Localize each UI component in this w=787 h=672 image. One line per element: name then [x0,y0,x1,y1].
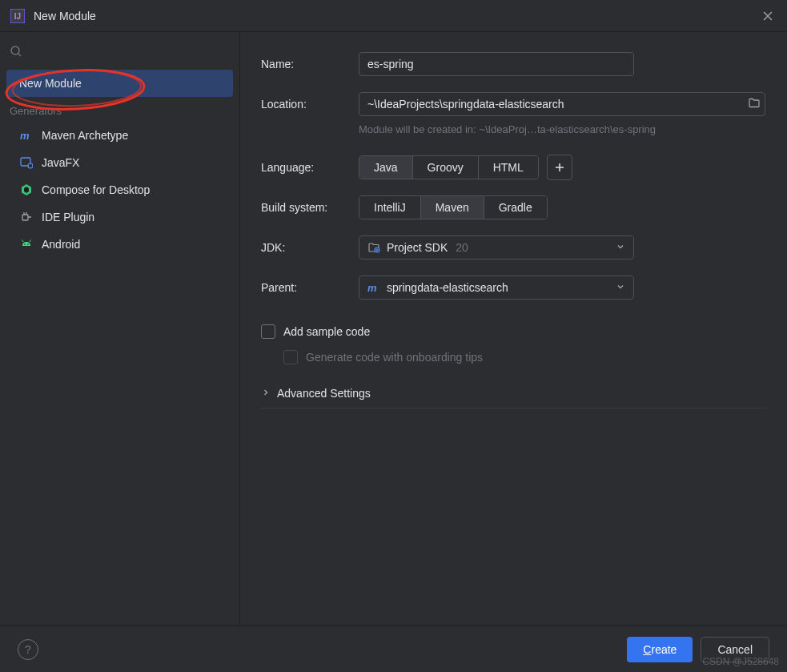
sidebar-item-compose[interactable]: Compose for Desktop [0,176,239,203]
footer: ? Create Cancel [0,626,787,672]
sidebar-item-label: IDE Plugin [42,211,94,223]
plus-icon [554,162,565,173]
jdk-dropdown[interactable]: Project SDK 20 [359,235,634,260]
name-input[interactable] [359,52,634,76]
build-system-label: Build system: [261,201,359,214]
chevron-down-icon [616,241,625,254]
language-option-html[interactable]: HTML [479,156,538,179]
jdk-value: Project SDK [387,241,448,254]
add-sample-code-checkbox-row[interactable]: Add sample code [261,324,766,339]
svg-point-5 [28,163,33,168]
chevron-right-icon [261,387,271,400]
close-button[interactable] [758,6,777,26]
svg-point-9 [24,243,26,245]
sidebar-item-new-module[interactable]: New Module [6,70,233,97]
location-input[interactable] [359,92,765,116]
sidebar-section-generators: Generators [0,97,239,122]
parent-value: springdata-elasticsearch [387,281,616,294]
help-button[interactable]: ? [18,639,38,660]
main-panel: Name: Location: Module will be created i… [240,32,787,626]
sidebar-item-maven-archetype[interactable]: m Maven Archetype [0,122,239,149]
sidebar: New Module Generators m Maven Archetype … [0,32,240,626]
language-option-groovy[interactable]: Groovy [413,156,479,179]
browse-folder-button[interactable] [748,97,761,112]
language-option-java[interactable]: Java [359,156,413,179]
search-row [0,38,239,70]
location-hint: Module will be created in: ~\IdeaProj…ta… [359,123,766,135]
add-sample-code-label: Add sample code [283,325,370,338]
svg-text:m: m [20,130,30,142]
android-icon [19,237,34,251]
jdk-label: JDK: [261,241,359,254]
name-label: Name: [261,58,359,70]
window-title: New Module [34,10,758,22]
sidebar-item-label: New Module [19,77,82,90]
sidebar-item-label: Android [42,238,80,251]
onboarding-label: Generate code with onboarding tips [306,351,483,364]
sidebar-item-label: Compose for Desktop [42,183,150,196]
jdk-version: 20 [456,241,468,254]
svg-text:m: m [367,282,377,294]
app-icon: IJ [10,8,26,24]
sidebar-item-ide-plugin[interactable]: IDE Plugin [0,203,239,231]
help-icon: ? [25,643,31,656]
language-segmented: Java Groovy HTML [359,155,539,179]
add-sample-code-checkbox[interactable] [261,324,275,339]
build-system-segmented: IntelliJ Maven Gradle [359,195,548,219]
maven-module-icon: m [367,281,380,294]
sidebar-item-android[interactable]: Android [0,231,239,258]
sidebar-item-label: JavaFX [42,156,79,169]
parent-label: Parent: [261,281,359,294]
advanced-settings-toggle[interactable]: Advanced Settings [261,387,766,408]
onboarding-checkbox [283,350,298,364]
titlebar: IJ New Module [0,0,787,32]
build-option-gradle[interactable]: Gradle [484,196,547,219]
sidebar-item-label: Maven Archetype [42,129,128,142]
jdk-folder-icon [367,241,380,254]
maven-icon: m [19,128,34,143]
build-option-maven[interactable]: Maven [421,196,484,219]
create-button[interactable]: Create [627,637,693,662]
cancel-button[interactable]: Cancel [701,637,769,662]
onboarding-checkbox-row: Generate code with onboarding tips [283,350,766,364]
chevron-down-icon [616,281,625,294]
svg-point-10 [27,243,29,245]
compose-icon [19,183,34,197]
javafx-icon [19,155,34,170]
folder-icon [748,97,761,110]
plugin-icon [19,210,34,224]
close-icon [762,10,773,22]
add-language-button[interactable] [547,155,572,180]
parent-dropdown[interactable]: m springdata-elasticsearch [359,276,634,300]
language-label: Language: [261,161,359,174]
svg-rect-8 [22,215,28,220]
location-label: Location: [261,98,359,111]
build-option-intellij[interactable]: IntelliJ [359,196,421,219]
advanced-settings-label: Advanced Settings [277,387,371,400]
search-icon[interactable] [10,45,22,58]
sidebar-item-javafx[interactable]: JavaFX [0,149,239,176]
svg-text:IJ: IJ [14,12,21,21]
svg-point-2 [11,46,19,54]
